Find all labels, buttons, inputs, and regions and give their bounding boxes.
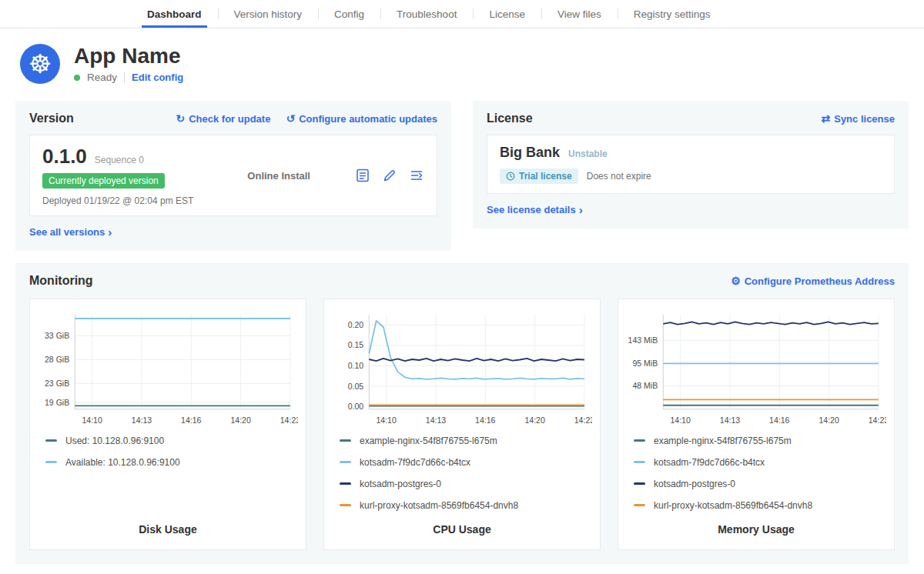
license-panel: Big Bank Unstable Trial license Does not… bbox=[487, 135, 895, 194]
svg-text:14:13: 14:13 bbox=[132, 415, 152, 425]
license-card-title: License bbox=[487, 112, 533, 125]
chart-title: Disk Usage bbox=[38, 511, 298, 542]
legend-item: kotsadm-postgres-0 bbox=[634, 479, 886, 489]
legend-label: example-nginx-54f8f76755-l675m bbox=[654, 436, 792, 446]
tab-config[interactable]: Config bbox=[318, 0, 380, 28]
monitoring-section: Monitoring ⚙ Configure Prometheus Addres… bbox=[15, 263, 909, 564]
trial-license-badge: Trial license bbox=[500, 169, 578, 184]
tab-registry-settings[interactable]: Registry settings bbox=[618, 0, 727, 28]
clock-icon bbox=[506, 172, 515, 181]
svg-text:14:16: 14:16 bbox=[475, 415, 496, 425]
legend-label: Used: 10.128.0.96:9100 bbox=[65, 436, 164, 446]
svg-text:14:23: 14:23 bbox=[574, 415, 592, 425]
legend-item: example-nginx-54f8f76755-l675m bbox=[340, 436, 592, 446]
check-for-update-link[interactable]: ↻ Check for update bbox=[176, 112, 270, 125]
deploy-logs-icon bbox=[409, 168, 424, 183]
svg-text:0.20: 0.20 bbox=[348, 320, 364, 329]
svg-text:33 GiB: 33 GiB bbox=[45, 331, 69, 340]
license-expiry: Does not expire bbox=[587, 171, 651, 182]
chart-card-disk-usage: 33 GiB28 GiB23 GiB19 GiB14:1014:1314:161… bbox=[29, 299, 306, 550]
configure-prometheus-link[interactable]: ⚙ Configure Prometheus Address bbox=[731, 275, 895, 287]
legend-swatch-icon bbox=[634, 482, 645, 485]
summary-cards-row: Version ↻ Check for update ↺ Configure a… bbox=[0, 90, 924, 251]
tab-dashboard[interactable]: Dashboard bbox=[131, 0, 218, 28]
legend-swatch-icon bbox=[45, 461, 57, 463]
see-all-versions-link[interactable]: See all versions › bbox=[29, 226, 112, 238]
svg-text:14:10: 14:10 bbox=[376, 415, 397, 425]
svg-text:14:23: 14:23 bbox=[280, 415, 298, 425]
svg-text:14:20: 14:20 bbox=[524, 415, 545, 425]
license-card: License ⇄ Sync license Big Bank Unstable bbox=[473, 101, 909, 229]
legend-item: example-nginx-54f8f76755-l675m bbox=[634, 436, 886, 446]
tab-troubleshoot[interactable]: Troubleshoot bbox=[380, 0, 473, 28]
deploy-logs-button[interactable] bbox=[409, 168, 424, 183]
svg-text:48 MiB: 48 MiB bbox=[632, 381, 658, 390]
svg-text:143 MiB: 143 MiB bbox=[628, 335, 658, 345]
svg-text:14:10: 14:10 bbox=[82, 415, 102, 425]
divider bbox=[124, 72, 125, 83]
charts-row: 33 GiB28 GiB23 GiB19 GiB14:1014:1314:161… bbox=[29, 299, 895, 550]
legend-item: Used: 10.128.0.96:9100 bbox=[45, 436, 298, 446]
legend-label: kotsadm-7f9dc7d66c-b4tcx bbox=[654, 457, 765, 468]
chart-plot-disk-usage: 33 GiB28 GiB23 GiB19 GiB14:1014:1314:161… bbox=[38, 307, 298, 429]
tab-license[interactable]: License bbox=[473, 0, 541, 28]
chart-plot-cpu-usage: 0.200.150.100.050.0014:1014:1314:1614:20… bbox=[332, 307, 592, 429]
gear-icon: ⚙ bbox=[731, 275, 741, 287]
legend-item: kotsadm-7f9dc7d66c-b4tcx bbox=[634, 457, 886, 468]
legend-label: kotsadm-postgres-0 bbox=[654, 479, 735, 489]
svg-text:14:23: 14:23 bbox=[869, 415, 886, 425]
tab-view-files[interactable]: View files bbox=[541, 0, 618, 28]
chart-title: CPU Usage bbox=[332, 511, 592, 542]
svg-text:14:20: 14:20 bbox=[230, 415, 251, 425]
svg-text:14:10: 14:10 bbox=[670, 415, 691, 425]
page-title: App Name bbox=[74, 45, 183, 68]
svg-text:14:16: 14:16 bbox=[769, 415, 790, 425]
edit-config-button[interactable] bbox=[382, 168, 397, 183]
legend-swatch-icon bbox=[340, 461, 351, 463]
legend-item: kurl-proxy-kotsadm-8569fb6454-dnvh8 bbox=[340, 500, 592, 511]
legend-item: kotsadm-7f9dc7d66c-b4tcx bbox=[340, 457, 592, 468]
legend-swatch-icon bbox=[340, 482, 351, 485]
top-nav: DashboardVersion historyConfigTroublesho… bbox=[0, 0, 924, 28]
chart-plot-memory-usage: 143 MiB95 MiB48 MiB14:1014:1314:1614:201… bbox=[626, 307, 886, 429]
version-card: Version ↻ Check for update ↺ Configure a… bbox=[15, 101, 451, 251]
tab-version-history[interactable]: Version history bbox=[218, 0, 319, 28]
chart-title: Memory Usage bbox=[626, 511, 886, 542]
svg-text:0.05: 0.05 bbox=[348, 382, 364, 391]
deployed-timestamp: Deployed 01/19/22 @ 02:04 pm EST bbox=[42, 195, 203, 206]
svg-text:0.15: 0.15 bbox=[348, 340, 364, 349]
svg-text:0.00: 0.00 bbox=[348, 402, 364, 411]
svg-text:19 GiB: 19 GiB bbox=[45, 398, 69, 407]
edit-config-link[interactable]: Edit config bbox=[132, 72, 183, 83]
current-version-panel: 0.1.0 Sequence 0 Currently deployed vers… bbox=[29, 135, 437, 216]
legend-swatch-icon bbox=[634, 504, 645, 506]
legend-swatch-icon bbox=[45, 439, 57, 442]
svg-text:14:20: 14:20 bbox=[819, 415, 839, 425]
legend-swatch-icon bbox=[340, 504, 351, 506]
license-channel: Unstable bbox=[568, 149, 608, 159]
svg-text:0.10: 0.10 bbox=[348, 361, 364, 370]
svg-text:28 GiB: 28 GiB bbox=[45, 355, 69, 364]
svg-text:14:13: 14:13 bbox=[426, 415, 447, 425]
legend-label: kurl-proxy-kotsadm-8569fb6454-dnvh8 bbox=[654, 500, 812, 511]
legend-item: kurl-proxy-kotsadm-8569fb6454-dnvh8 bbox=[634, 500, 886, 511]
release-notes-icon bbox=[355, 168, 370, 183]
configure-automatic-updates-link[interactable]: ↺ Configure automatic updates bbox=[286, 112, 437, 125]
edit-pencil-icon bbox=[382, 168, 397, 183]
see-license-details-link[interactable]: See license details › bbox=[487, 204, 583, 215]
chart-card-memory-usage: 143 MiB95 MiB48 MiB14:1014:1314:1614:201… bbox=[618, 299, 895, 550]
sync-license-link[interactable]: ⇄ Sync license bbox=[821, 112, 895, 125]
chart-legend-disk-usage: Used: 10.128.0.96:9100Available: 10.128.… bbox=[45, 436, 298, 468]
legend-swatch-icon bbox=[634, 461, 645, 463]
history-icon: ↺ bbox=[286, 112, 295, 125]
sequence-label: Sequence 0 bbox=[95, 155, 144, 165]
release-notes-button[interactable] bbox=[355, 168, 370, 183]
legend-swatch-icon bbox=[340, 439, 351, 442]
version-number: 0.1.0 bbox=[42, 145, 87, 169]
status-dot bbox=[74, 75, 80, 81]
status-text: Ready bbox=[87, 72, 117, 83]
chart-legend-memory-usage: example-nginx-54f8f76755-l675mkotsadm-7f… bbox=[634, 436, 886, 511]
deployed-badge: Currently deployed version bbox=[42, 173, 165, 189]
legend-label: Available: 10.128.0.96:9100 bbox=[65, 457, 180, 468]
refresh-icon: ↻ bbox=[176, 112, 185, 125]
